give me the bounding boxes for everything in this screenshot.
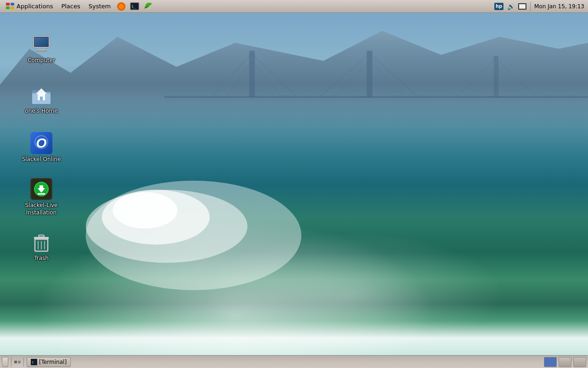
slackel-online-svg: O — [30, 132, 52, 154]
applications-label: Applications — [17, 3, 53, 10]
svg-line-16 — [334, 61, 370, 97]
hp-icon[interactable]: hp — [494, 3, 503, 10]
places-label: Places — [61, 3, 80, 10]
svg-rect-27 — [36, 51, 47, 52]
trash-svg — [30, 231, 52, 253]
taskbar-bottom: $ [Terminal] — [0, 355, 588, 368]
terminal-taskbar-icon: $ — [31, 359, 37, 365]
computer-label: Computer — [28, 57, 55, 64]
trash-label: Trash — [34, 255, 49, 262]
trash-icon-img — [30, 231, 52, 253]
taskbar-top: Applications Places System $_ hp — [0, 0, 588, 13]
svg-rect-2 — [6, 6, 10, 9]
home-svg — [30, 84, 52, 106]
terminal-taskbar-button[interactable]: $ [Terminal] — [27, 357, 71, 367]
svg-rect-3 — [11, 6, 14, 9]
slackel-live-label: Slackel-Live Installation — [20, 202, 62, 216]
slackel-online-label: Slackel Online — [22, 156, 61, 163]
svg-line-19 — [496, 58, 536, 97]
slackel-live-svg — [30, 178, 52, 200]
slackel-online-icon-img: O — [30, 132, 52, 154]
workspace-dot-1 — [14, 361, 17, 363]
workspace-button-1[interactable] — [544, 357, 557, 367]
terminal-taskbar-label: [Terminal] — [39, 359, 67, 365]
svg-rect-26 — [38, 49, 45, 51]
green-leaf-launcher[interactable] — [142, 1, 155, 12]
svg-rect-7 — [249, 51, 255, 97]
computer-svg — [30, 33, 52, 55]
svg-rect-1 — [11, 3, 14, 6]
svg-rect-8 — [367, 51, 373, 97]
system-tray: hp 🔊 Mon Jan 15, 19:13 — [491, 2, 588, 11]
bottom-right-area — [542, 357, 588, 367]
trash-icon[interactable]: Trash — [18, 229, 64, 264]
applications-menu[interactable]: Applications — [2, 1, 57, 12]
workspace-dot-2 — [18, 361, 21, 363]
applications-icon — [6, 2, 15, 11]
wave-svg — [59, 167, 382, 304]
svg-text:$_: $_ — [131, 5, 136, 9]
svg-line-12 — [226, 61, 252, 97]
bottom-sep2 — [23, 357, 24, 367]
home-label: one's Home — [25, 108, 57, 115]
svg-rect-43 — [38, 193, 45, 195]
svg-line-14 — [320, 53, 370, 97]
svg-line-11 — [252, 53, 296, 97]
svg-rect-9 — [494, 56, 498, 97]
home-icon-img — [30, 84, 52, 106]
svg-line-17 — [370, 61, 405, 97]
svg-line-13 — [252, 61, 283, 97]
svg-line-18 — [456, 58, 496, 97]
terminal-icon: $_ — [130, 2, 139, 11]
svg-text:$: $ — [32, 361, 34, 364]
network-icon[interactable] — [518, 3, 526, 10]
svg-rect-34 — [40, 97, 43, 100]
system-menu[interactable]: System — [85, 2, 114, 11]
slackel-live-icon[interactable]: Slackel-Live Installation — [18, 176, 64, 218]
slackel-live-icon-img — [30, 178, 52, 200]
svg-rect-28 — [34, 37, 48, 46]
workspace-button-2[interactable] — [559, 357, 571, 367]
workspace-button-3[interactable] — [573, 357, 586, 367]
home-icon[interactable]: one's Home — [18, 82, 64, 117]
terminal-launcher[interactable]: $_ — [128, 1, 141, 12]
bottom-left-area: $ [Terminal] — [0, 357, 73, 367]
firefox-launcher[interactable] — [115, 1, 127, 12]
bottom-sep1 — [11, 357, 11, 367]
datetime-display: Mon Jan 15, 19:13 — [534, 3, 584, 10]
slackel-online-icon[interactable]: O Slackel Online — [18, 130, 64, 165]
svg-line-15 — [370, 53, 418, 97]
show-desktop-button[interactable] — [2, 357, 8, 367]
computer-icon-img — [30, 33, 52, 55]
places-menu[interactable]: Places — [57, 2, 84, 11]
system-label: System — [89, 3, 111, 10]
firefox-icon — [117, 2, 125, 11]
taskbar-left-area: Applications Places System $_ — [0, 1, 157, 12]
computer-icon[interactable]: Computer — [18, 31, 64, 66]
workspace-pager — [14, 361, 21, 363]
svg-line-10 — [212, 53, 252, 97]
svg-point-23 — [113, 192, 177, 228]
bridge-svg — [164, 40, 588, 143]
svg-rect-0 — [6, 3, 10, 6]
svg-rect-49 — [39, 235, 44, 237]
leaf-icon — [144, 2, 153, 11]
desktop: Computer one's Home — [0, 13, 588, 355]
tray-separator — [530, 2, 531, 11]
volume-icon[interactable]: 🔊 — [506, 2, 515, 11]
